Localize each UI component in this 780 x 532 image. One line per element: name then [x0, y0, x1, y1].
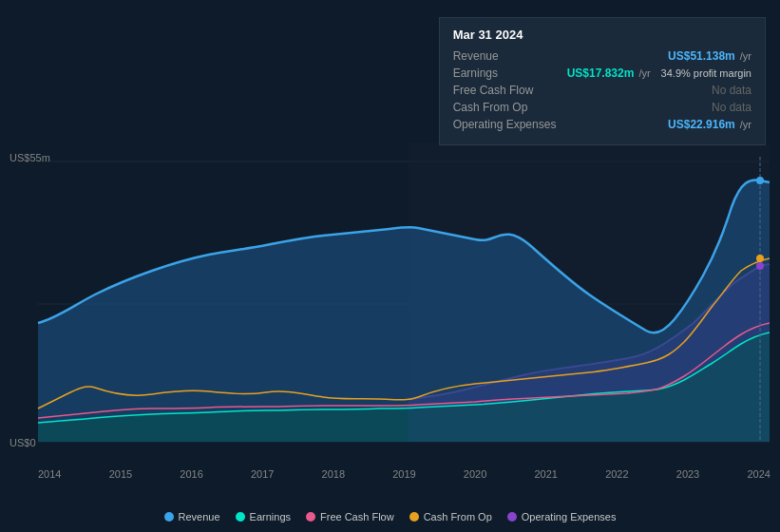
tooltip-profit-margin: 34.9% profit margin [661, 67, 751, 79]
x-label-2014: 2014 [38, 468, 61, 480]
x-label-2016: 2016 [180, 468, 202, 480]
tooltip: Mar 31 2024 Revenue US$51.138m /yr Earni… [439, 17, 766, 145]
tooltip-revenue-suffix: /yr [740, 50, 751, 62]
legend-label-opex: Operating Expenses [522, 511, 617, 522]
legend: Revenue Earnings Free Cash Flow Cash Fro… [0, 511, 780, 522]
legend-item-revenue[interactable]: Revenue [164, 511, 220, 522]
legend-dot-cashop [409, 512, 419, 522]
legend-dot-earnings [236, 512, 245, 522]
x-label-2019: 2019 [392, 468, 415, 480]
x-label-2021: 2021 [534, 468, 557, 480]
legend-label-earnings: Earnings [250, 511, 291, 522]
tooltip-fcf-value: No data [712, 84, 751, 97]
legend-dot-opex [507, 512, 517, 522]
x-label-2018: 2018 [322, 468, 345, 480]
legend-label-revenue: Revenue [179, 511, 220, 522]
tooltip-opex-suffix: /yr [740, 119, 751, 130]
svg-point-6 [756, 177, 764, 184]
tooltip-opex-label: Operating Expenses [453, 118, 567, 131]
tooltip-cashop-label: Cash From Op [453, 101, 567, 114]
x-label-2015: 2015 [109, 468, 132, 480]
legend-dot-revenue [164, 512, 174, 522]
legend-item-cashop[interactable]: Cash From Op [409, 511, 492, 522]
tooltip-opex-value: US$22.916m [668, 118, 735, 131]
x-axis: 2014 2015 2016 2017 2018 2019 2020 2021 … [38, 468, 770, 480]
svg-point-8 [756, 255, 764, 262]
tooltip-earnings-label: Earnings [453, 66, 567, 80]
tooltip-earnings-value: US$17.832m [567, 66, 635, 80]
tooltip-opex-row: Operating Expenses US$22.916m /yr [453, 118, 751, 131]
legend-label-cashop: Cash From Op [424, 511, 492, 522]
legend-dot-fcf [306, 512, 315, 522]
legend-item-earnings[interactable]: Earnings [236, 511, 291, 522]
tooltip-earnings-row: Earnings US$17.832m /yr 34.9% profit mar… [453, 66, 751, 80]
x-label-2020: 2020 [464, 468, 486, 480]
tooltip-fcf-row: Free Cash Flow No data [453, 84, 751, 97]
svg-point-7 [756, 262, 764, 270]
y-axis-top-label: US$55m [10, 152, 50, 163]
legend-label-fcf: Free Cash Flow [320, 511, 394, 522]
legend-item-fcf[interactable]: Free Cash Flow [306, 511, 394, 522]
tooltip-date: Mar 31 2024 [453, 28, 751, 42]
legend-item-opex[interactable]: Operating Expenses [507, 511, 617, 522]
tooltip-revenue-row: Revenue US$51.138m /yr [453, 49, 751, 63]
x-label-2024: 2024 [747, 468, 770, 480]
tooltip-cashop-value: No data [712, 101, 751, 114]
tooltip-earnings-suffix: /yr [638, 67, 650, 79]
y-axis-bottom-label: US$0 [10, 437, 36, 448]
tooltip-fcf-label: Free Cash Flow [453, 84, 567, 97]
x-label-2022: 2022 [605, 468, 628, 480]
tooltip-cashop-row: Cash From Op No data [453, 101, 751, 114]
x-label-2023: 2023 [676, 468, 699, 480]
x-label-2017: 2017 [251, 468, 274, 480]
tooltip-revenue-value: US$51.138m [668, 49, 735, 63]
tooltip-revenue-label: Revenue [453, 49, 567, 63]
